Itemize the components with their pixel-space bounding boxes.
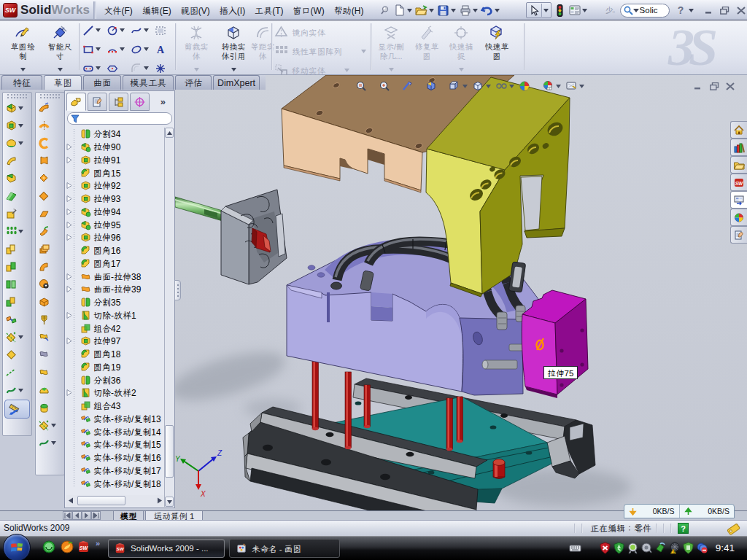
quicklaunch-icon[interactable] xyxy=(42,540,55,553)
tree-item[interactable]: 实体-移动/复制17 xyxy=(66,464,164,478)
select-caret[interactable] xyxy=(541,4,550,17)
toolbar-button[interactable] xyxy=(3,117,31,134)
toolbar-button[interactable] xyxy=(3,222,31,240)
cm-sketch-tool[interactable] xyxy=(154,24,167,37)
toolbar-button[interactable] xyxy=(36,416,64,434)
cm-sketch-tool[interactable] xyxy=(106,24,119,37)
tree-item[interactable]: 拉伸91 xyxy=(66,154,164,167)
hud-icon[interactable] xyxy=(540,79,556,93)
cm-sketch-tool[interactable] xyxy=(130,24,143,37)
start-button[interactable] xyxy=(3,534,31,560)
task-pane-tab[interactable] xyxy=(730,226,747,244)
tree-horizontal-scrollbar[interactable] xyxy=(66,495,164,506)
toolbar-button[interactable] xyxy=(3,293,31,311)
tree-item[interactable]: 拉伸90 xyxy=(66,141,164,154)
panel-splitter-grip[interactable] xyxy=(174,280,181,300)
toolbar-button[interactable] xyxy=(4,400,30,419)
tree-tabs-overflow[interactable]: » xyxy=(160,96,166,107)
cm-button[interactable]: 快速草 图 xyxy=(479,22,514,73)
feature-manager-tab[interactable] xyxy=(109,93,128,111)
quicklaunch-icon[interactable] xyxy=(61,540,74,553)
feature-manager-tab[interactable] xyxy=(66,93,86,111)
print-icon[interactable] xyxy=(459,4,471,17)
tree-item[interactable]: 曲面-拉伸39 xyxy=(66,283,164,296)
command-tab[interactable]: 草图 xyxy=(44,75,82,90)
pushpin-icon[interactable] xyxy=(379,4,391,17)
toolbar-button[interactable] xyxy=(3,99,31,117)
command-tab[interactable]: DimXpert xyxy=(213,75,260,90)
toolbar-button[interactable] xyxy=(36,276,64,293)
next-tab-button[interactable] xyxy=(82,511,91,520)
toolbar-button[interactable] xyxy=(3,152,31,170)
menu-item[interactable]: 插入(I) xyxy=(214,5,249,16)
toolbar-button[interactable] xyxy=(3,134,31,152)
cm-sketch-tool[interactable] xyxy=(106,62,119,75)
command-tab[interactable]: 特征 xyxy=(1,75,42,90)
hud-icon[interactable] xyxy=(446,79,462,93)
feature-manager-tab[interactable] xyxy=(88,93,107,111)
toolbar-grip[interactable] xyxy=(40,94,60,98)
print-caret[interactable] xyxy=(472,4,479,17)
tree-item[interactable]: 圆角16 xyxy=(66,244,164,257)
task-pane-tab[interactable] xyxy=(730,156,747,174)
part-red-cylinder[interactable] xyxy=(493,459,505,479)
toolbar-button[interactable] xyxy=(36,364,64,381)
tray-icon[interactable] xyxy=(627,542,639,554)
first-tab-button[interactable] xyxy=(63,511,72,520)
task-pane-tab[interactable] xyxy=(730,139,747,156)
window-minimize-button[interactable] xyxy=(701,4,717,16)
select-arrow-icon[interactable] xyxy=(527,4,541,17)
tray-icon[interactable] xyxy=(569,542,581,554)
hud-caret[interactable] xyxy=(462,85,470,88)
quicklaunch-icon[interactable]: SW xyxy=(77,540,90,553)
window-close-button[interactable] xyxy=(733,4,747,16)
scroll-thumb[interactable] xyxy=(165,425,174,478)
tree-filter-box[interactable] xyxy=(67,112,172,125)
traffic-light-icon[interactable] xyxy=(554,4,566,17)
toolbar-button[interactable] xyxy=(3,346,31,364)
cm-sketch-tool[interactable] xyxy=(82,62,95,75)
tree-item[interactable]: 切除-放样1 xyxy=(66,309,164,322)
toolbar-button[interactable] xyxy=(3,258,31,276)
task-pane-tab[interactable] xyxy=(730,191,747,209)
toolbar-grip[interactable] xyxy=(7,94,27,98)
cm-tool-caret[interactable] xyxy=(144,28,149,32)
tree-item[interactable]: 切除-放样2 xyxy=(66,386,164,400)
hud-icon[interactable] xyxy=(563,79,579,93)
toolbar-button[interactable] xyxy=(3,364,31,381)
toolbar-button[interactable] xyxy=(36,187,64,205)
tree-item[interactable]: 拉伸97 xyxy=(66,335,164,348)
hud-icon[interactable] xyxy=(470,79,486,93)
undo-icon[interactable] xyxy=(481,4,493,17)
help-caret[interactable] xyxy=(688,4,694,17)
cm-sketch-tool[interactable] xyxy=(130,62,143,75)
hud-icon[interactable] xyxy=(423,79,439,93)
search-box[interactable]: Solic xyxy=(620,4,670,18)
toolbar-button[interactable] xyxy=(3,328,31,346)
tree-item[interactable]: 实体-移动/复制16 xyxy=(66,451,164,464)
tree-item[interactable]: 组合42 xyxy=(66,322,164,335)
doc-close-button[interactable] xyxy=(722,80,738,92)
cm-sketch-tool[interactable] xyxy=(154,62,167,75)
hud-caret[interactable] xyxy=(509,85,516,88)
tree-item[interactable]: 拉伸93 xyxy=(66,192,164,206)
feature-manager-tab[interactable] xyxy=(130,93,150,111)
toolbar-button[interactable] xyxy=(36,381,64,399)
last-tab-button[interactable] xyxy=(91,511,101,520)
options-caret[interactable] xyxy=(581,4,588,17)
tree-item[interactable]: 拉伸94 xyxy=(66,206,164,219)
toolbar-button[interactable] xyxy=(3,187,31,205)
toolbar-button[interactable] xyxy=(3,241,31,258)
toolbar-button[interactable] xyxy=(36,293,64,311)
part-green-bar[interactable] xyxy=(175,197,222,221)
toolbar-button[interactable] xyxy=(36,117,64,134)
toolbar-button[interactable] xyxy=(36,205,64,222)
hud-icon[interactable] xyxy=(376,79,392,93)
tree-item[interactable]: 组合43 xyxy=(66,400,164,413)
hud-caret[interactable] xyxy=(579,85,587,88)
scroll-down-arrow[interactable] xyxy=(165,497,174,507)
taskbar-button-paint[interactable]: 未命名 - 画图 xyxy=(229,539,340,558)
tree-item[interactable]: 实体-移动/复制13 xyxy=(66,413,164,426)
taskbar-clock[interactable]: 9:41 xyxy=(716,542,735,553)
toolbar-button[interactable] xyxy=(36,241,64,258)
